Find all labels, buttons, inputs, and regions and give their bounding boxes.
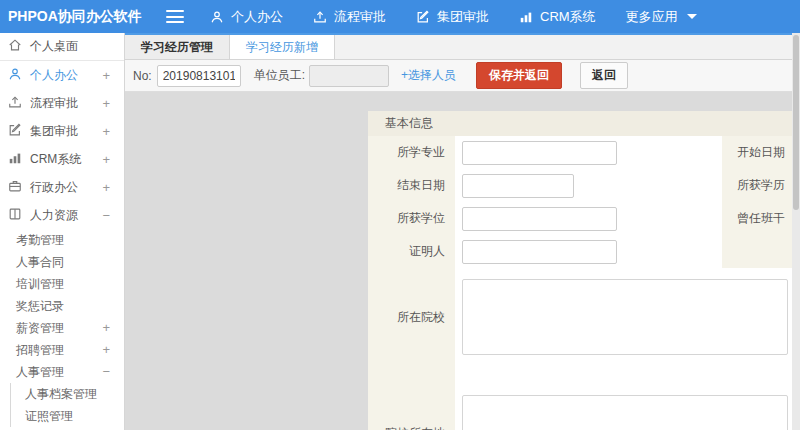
caret-down-icon (687, 14, 697, 19)
nav-label: CRM系统 (540, 8, 596, 26)
sidebar-item-label: 行政办公 (30, 179, 78, 196)
nav-label: 流程审批 (334, 8, 386, 26)
expand-plus-icon[interactable]: + (102, 68, 116, 83)
expand-plus-icon[interactable]: + (102, 124, 116, 139)
field-label-education: 所获学历 (722, 169, 793, 202)
collapse-minus-icon[interactable]: − (102, 361, 124, 383)
expand-plus-icon[interactable]: + (102, 180, 116, 195)
sidebar-item-personnel[interactable]: 人事管理− (0, 361, 124, 383)
sidebar-item-hr[interactable]: 人力资源 − (0, 201, 124, 229)
nav-more-apps[interactable]: 更多应用 (626, 8, 697, 26)
edit-icon (416, 10, 430, 24)
nav-group-approval[interactable]: 集团审批 (416, 8, 489, 26)
briefcase-icon (8, 179, 22, 196)
form-row-end-date: 结束日期 所获学历 (368, 169, 793, 202)
field-label-class-cadre: 曾任班干 (722, 202, 793, 235)
no-input[interactable] (157, 65, 241, 87)
nav-label: 更多应用 (626, 8, 678, 26)
sidebar-item-personal-office[interactable]: 个人办公 + (0, 61, 124, 89)
sub-item-label: 考勤管理 (16, 229, 64, 251)
field-label-major: 所学专业 (368, 136, 455, 169)
home-icon (8, 38, 30, 55)
form-row-school-location: 院校所在地 (368, 384, 793, 430)
form-row-school: 所在院校 (368, 268, 793, 366)
sidebar-item-training[interactable]: 培训管理 (0, 273, 124, 295)
sidebar-item-workflow-approval[interactable]: 流程审批 + (0, 89, 124, 117)
expand-plus-icon[interactable]: + (102, 152, 116, 167)
expand-plus-icon[interactable]: + (102, 96, 116, 111)
sub-item-label: 证照管理 (25, 409, 73, 423)
main-pane: 学习经历管理 学习经历新增 No: 单位员工: +选择人员 保存并返回 返回 基… (125, 33, 800, 430)
content-area: 基本信息 所学专业 开始日期 结束日期 所获学历 所获学位 (125, 92, 800, 430)
form-row-major: 所学专业 开始日期 (368, 136, 793, 169)
basic-info-panel: 基本信息 所学专业 开始日期 结束日期 所获学历 所获学位 (368, 111, 793, 430)
witness-input[interactable] (462, 240, 617, 264)
employee-input[interactable] (309, 65, 389, 87)
nav-label: 个人办公 (231, 8, 283, 26)
nav-label: 集团审批 (437, 8, 489, 26)
save-and-return-button[interactable]: 保存并返回 (476, 62, 562, 89)
top-nav: 个人办公 流程审批 集团审批 CRM系统 更多应用 (210, 8, 727, 26)
chart-icon (8, 151, 22, 168)
nav-workflow-approval[interactable]: 流程审批 (313, 8, 386, 26)
hamburger-menu-icon[interactable] (166, 10, 184, 23)
collapse-minus-icon[interactable]: − (102, 208, 116, 223)
sub-item-label: 薪资管理 (16, 317, 64, 339)
no-label: No: (133, 69, 152, 83)
nav-personal-office[interactable]: 个人办公 (210, 8, 283, 26)
field-label-degree: 所获学位 (368, 202, 455, 235)
sidebar-item-crm[interactable]: CRM系统 + (0, 145, 124, 173)
sidebar-item-salary[interactable]: 薪资管理+ (0, 317, 124, 339)
sidebar-item-admin-office[interactable]: 行政办公 + (0, 173, 124, 201)
sidebar: 个人桌面 个人办公 + 流程审批 + 集团审批 + (0, 33, 125, 430)
field-label-start-date: 开始日期 (722, 136, 793, 169)
sidebar-item-label: 人力资源 (30, 207, 78, 224)
major-input[interactable] (462, 141, 617, 165)
end-date-input[interactable] (462, 174, 574, 198)
sidebar-item-label: 集团审批 (30, 123, 78, 140)
vertical-scrollbar[interactable] (792, 33, 800, 430)
employee-label: 单位员工: (254, 67, 305, 84)
field-label-witness: 证明人 (368, 235, 455, 268)
sub-item-label: 人事管理 (16, 361, 64, 383)
nav-crm-system[interactable]: CRM系统 (519, 8, 596, 26)
sidebar-item-recruiting[interactable]: 招聘管理+ (0, 339, 124, 361)
school-textarea[interactable] (462, 279, 788, 355)
field-label-school-location: 院校所在地 (368, 384, 455, 430)
expand-plus-icon[interactable]: + (102, 339, 124, 361)
return-button[interactable]: 返回 (580, 62, 628, 89)
sub-item-label: 人事档案管理 (25, 387, 97, 401)
sub-item-label: 人事合同 (16, 251, 64, 273)
sidebar-item-label: CRM系统 (30, 151, 81, 168)
sidebar-item-desktop[interactable]: 个人桌面 (0, 33, 124, 61)
form-toolbar: No: 单位员工: +选择人员 保存并返回 返回 (125, 60, 800, 92)
form-row-degree: 所获学位 曾任班干 (368, 202, 793, 235)
school-location-textarea[interactable] (462, 395, 788, 430)
sidebar-item-label: 个人桌面 (30, 38, 78, 55)
tab-bar: 学习经历管理 学习经历新增 (125, 33, 800, 60)
sub-item-label: 培训管理 (16, 273, 64, 295)
tab-study-history-new[interactable]: 学习经历新增 (230, 35, 335, 59)
sidebar-item-label: 流程审批 (30, 95, 78, 112)
select-person-link[interactable]: +选择人员 (401, 67, 456, 84)
sub-item-label: 招聘管理 (16, 339, 64, 361)
sidebar-item-personnel-files[interactable]: 人事档案管理 (11, 383, 124, 405)
section-title: 基本信息 (368, 111, 793, 136)
chart-icon (519, 10, 533, 24)
sidebar-item-rewards[interactable]: 奖惩记录 (0, 295, 124, 317)
sidebar-item-attendance[interactable]: 考勤管理 (0, 229, 124, 251)
sidebar-item-certificates[interactable]: 证照管理 (11, 405, 124, 427)
degree-input[interactable] (462, 207, 617, 231)
scrollbar-thumb[interactable] (793, 35, 799, 210)
field-label-empty (722, 235, 793, 268)
field-label-end-date: 结束日期 (368, 169, 455, 202)
personnel-submenu: 人事档案管理 证照管理 (10, 383, 124, 427)
sidebar-item-group-approval[interactable]: 集团审批 + (0, 117, 124, 145)
expand-plus-icon[interactable]: + (102, 317, 124, 339)
person-icon (210, 10, 224, 24)
sidebar-item-hr-contract[interactable]: 人事合同 (0, 251, 124, 273)
workflow-icon (313, 10, 327, 24)
tab-study-history-manage[interactable]: 学习经历管理 (125, 35, 230, 59)
sub-item-label: 奖惩记录 (16, 295, 64, 317)
edit-icon (8, 123, 22, 140)
